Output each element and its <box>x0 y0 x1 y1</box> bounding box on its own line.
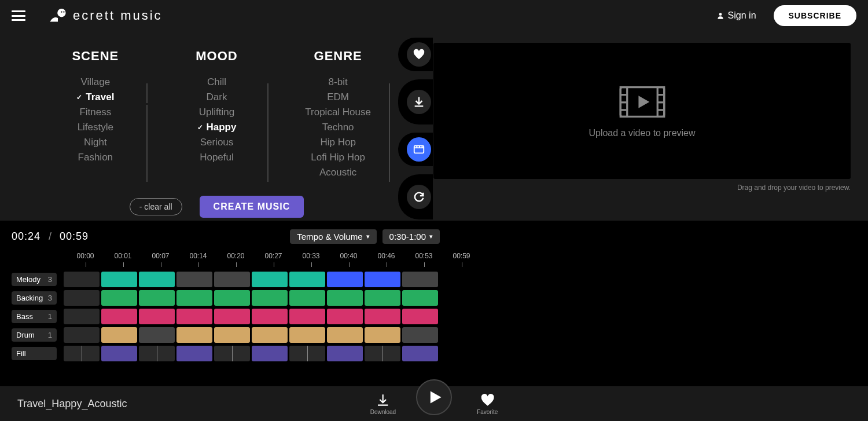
genre-item-tropical[interactable]: Tropical House <box>305 107 371 118</box>
track-count: 3 <box>48 294 52 302</box>
ruler-tick: 00:46 <box>367 252 405 260</box>
track-count: 1 <box>48 331 52 339</box>
genre-item-edm[interactable]: EDM <box>327 91 349 103</box>
download-icon <box>376 393 391 408</box>
download-button[interactable]: Download <box>370 393 396 415</box>
ruler-tick: 00:00 <box>67 252 104 260</box>
track-name: Bass <box>16 312 33 321</box>
scene-item-fashion[interactable]: Fashion <box>78 152 113 163</box>
divider <box>267 83 269 182</box>
time-ruler: 00:00 00:01 00:07 00:14 00:20 00:27 00:3… <box>67 252 856 260</box>
genre-item-techno[interactable]: Techno <box>322 122 354 133</box>
sign-in-label: Sign in <box>728 10 756 21</box>
ruler-tick: 00:14 <box>179 252 217 260</box>
ruler-tick: 00:07 <box>142 252 179 260</box>
track-blocks-drum[interactable] <box>64 327 438 343</box>
ruler-tick: 00:59 <box>443 252 480 260</box>
current-time: 00:24 <box>12 230 41 243</box>
track-label-bass[interactable]: Bass1 <box>12 310 57 323</box>
mood-item-hopeful[interactable]: Hopeful <box>200 152 234 163</box>
track-label-fill[interactable]: Fill <box>12 347 57 360</box>
mood-item-chill[interactable]: Chill <box>207 76 226 88</box>
video-upload-box[interactable]: Upload a video to preview <box>433 43 851 179</box>
menu-burger[interactable] <box>12 10 25 21</box>
ruler-tick: 00:53 <box>405 252 443 260</box>
video-upload-text: Upload a video to preview <box>589 128 695 138</box>
logo-text: ecrett music <box>73 8 163 23</box>
track-blocks-fill[interactable] <box>64 346 438 361</box>
genre-item-8bit[interactable]: 8-bit <box>329 76 348 88</box>
scene-column: SCENE Village Travel Fitness Lifestyle N… <box>43 49 148 178</box>
play-icon <box>427 389 443 405</box>
download-icon <box>413 96 425 108</box>
favorite-label: Favorite <box>477 409 498 415</box>
genre-column: GENRE 8-bit EDM Tropical House Techno Hi… <box>286 49 390 178</box>
video-icon <box>413 143 425 156</box>
track-blocks-melody[interactable] <box>64 272 438 287</box>
drag-drop-hint: Drag and drop your video to preview. <box>433 184 851 192</box>
logo-icon <box>49 6 67 25</box>
heart-icon <box>413 48 425 61</box>
genre-item-lofi[interactable]: Lofi Hip Hop <box>311 152 365 163</box>
track-count: 3 <box>48 275 52 284</box>
svg-point-3 <box>719 13 722 16</box>
ruler-tick: 00:33 <box>292 252 330 260</box>
track-label-melody[interactable]: Melody3 <box>12 273 57 286</box>
genre-item-acoustic[interactable]: Acoustic <box>319 167 356 178</box>
current-track-name: Travel_Happy_Acoustic <box>17 398 127 410</box>
svg-marker-13 <box>638 96 649 108</box>
track-name: Melody <box>16 275 41 284</box>
user-icon <box>716 12 724 20</box>
play-button[interactable] <box>416 379 452 415</box>
mood-item-dark[interactable]: Dark <box>207 91 227 103</box>
heart-icon <box>480 393 495 408</box>
sign-in-link[interactable]: Sign in <box>716 10 756 21</box>
divider <box>146 83 148 182</box>
duration-dropdown[interactable]: 0:30-1:00 <box>382 229 440 244</box>
svg-point-2 <box>63 11 64 12</box>
mood-item-serious[interactable]: Serious <box>200 137 234 148</box>
track-name: Drum <box>16 331 35 339</box>
side-download-button[interactable] <box>407 90 431 114</box>
genre-title: GENRE <box>286 49 390 64</box>
clear-all-button[interactable]: - clear all <box>130 198 182 215</box>
subscribe-button[interactable]: SUBSCRIBE <box>774 5 856 26</box>
side-redo-button[interactable] <box>407 185 431 209</box>
track-label-backing[interactable]: Backing3 <box>12 291 57 305</box>
ruler-tick: 00:40 <box>330 252 367 260</box>
svg-point-1 <box>61 11 62 12</box>
track-name: Backing <box>16 294 43 302</box>
track-name: Fill <box>16 349 26 358</box>
scene-item-village[interactable]: Village <box>80 76 110 88</box>
scene-title: SCENE <box>43 49 148 64</box>
divider <box>389 83 390 182</box>
scene-item-travel[interactable]: Travel <box>76 91 114 103</box>
ruler-tick: 00:20 <box>217 252 255 260</box>
ruler-tick: 00:01 <box>104 252 142 260</box>
time-separator: / <box>49 230 52 243</box>
favorite-button[interactable]: Favorite <box>477 393 498 415</box>
mood-title: MOOD <box>164 49 269 64</box>
genre-item-hiphop[interactable]: Hip Hop <box>320 137 355 148</box>
mood-column: MOOD Chill Dark Uplifting Happy Serious … <box>164 49 269 178</box>
film-icon <box>619 84 666 120</box>
track-label-drum[interactable]: Drum1 <box>12 328 57 342</box>
side-favorite-button[interactable] <box>407 42 431 67</box>
ruler-tick: 00:27 <box>255 252 292 260</box>
scene-item-night[interactable]: Night <box>84 137 107 148</box>
scene-item-lifestyle[interactable]: Lifestyle <box>78 122 113 133</box>
scene-item-fitness[interactable]: Fitness <box>79 107 111 118</box>
svg-point-0 <box>57 9 65 17</box>
download-label: Download <box>370 409 396 415</box>
track-blocks-bass[interactable] <box>64 309 438 324</box>
track-count: 1 <box>48 312 52 321</box>
side-video-button[interactable] <box>407 137 431 162</box>
svg-marker-19 <box>431 391 442 404</box>
create-music-button[interactable]: CREATE MUSIC <box>200 196 304 218</box>
mood-item-happy[interactable]: Happy <box>197 122 237 133</box>
tempo-volume-dropdown[interactable]: Tempo & Volume <box>290 229 376 244</box>
mood-item-uplifting[interactable]: Uplifting <box>199 107 234 118</box>
redo-icon <box>413 191 425 203</box>
logo[interactable]: ecrett music <box>49 6 163 25</box>
track-blocks-backing[interactable] <box>64 290 438 306</box>
